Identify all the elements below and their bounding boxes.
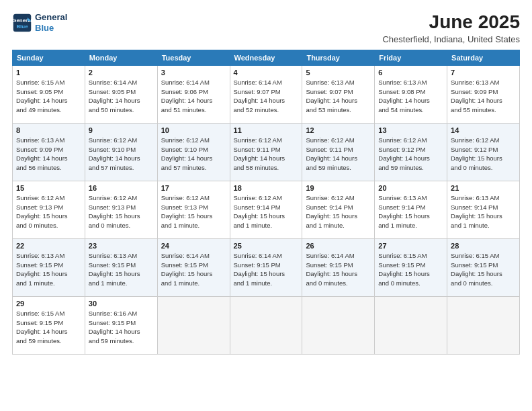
day-info: Sunrise: 6:13 AMSunset: 9:15 PMDaylight:… [89,251,154,288]
day-number: 17 [161,184,226,192]
calendar-cell: 19Sunrise: 6:12 AMSunset: 9:14 PMDayligh… [302,181,375,238]
calendar-cell: 29Sunrise: 6:15 AMSunset: 9:15 PMDayligh… [13,296,85,354]
calendar-cell [375,296,447,354]
day-info: Sunrise: 6:12 AMSunset: 9:13 PMDaylight:… [16,193,81,230]
day-number: 22 [16,242,81,250]
day-number: 13 [378,126,443,134]
day-number: 9 [89,126,154,134]
calendar-cell: 11Sunrise: 6:12 AMSunset: 9:11 PMDayligh… [230,123,302,181]
calendar-cell: 27Sunrise: 6:15 AMSunset: 9:15 PMDayligh… [375,238,447,296]
day-info: Sunrise: 6:12 AMSunset: 9:13 PMDaylight:… [89,193,154,230]
calendar-cell: 2Sunrise: 6:14 AMSunset: 9:05 PMDaylight… [85,65,157,123]
day-info: Sunrise: 6:13 AMSunset: 9:07 PMDaylight:… [306,78,371,115]
weekday-header-tuesday: Tuesday [157,50,230,65]
calendar-cell [447,296,520,354]
day-number: 27 [378,242,443,250]
calendar-cell: 20Sunrise: 6:13 AMSunset: 9:14 PMDayligh… [375,181,447,238]
calendar-cell: 23Sunrise: 6:13 AMSunset: 9:15 PMDayligh… [85,238,157,296]
day-info: Sunrise: 6:13 AMSunset: 9:09 PMDaylight:… [451,78,516,115]
day-info: Sunrise: 6:14 AMSunset: 9:06 PMDaylight:… [161,78,226,115]
day-info: Sunrise: 6:12 AMSunset: 9:11 PMDaylight:… [306,136,371,173]
month-title: June 2025 [382,12,520,33]
logo-icon: General Blue [12,13,32,33]
calendar-cell: 15Sunrise: 6:12 AMSunset: 9:13 PMDayligh… [13,181,85,238]
logo: General Blue General Blue [12,12,67,33]
day-info: Sunrise: 6:16 AMSunset: 9:15 PMDaylight:… [89,309,154,346]
calendar-cell: 24Sunrise: 6:14 AMSunset: 9:15 PMDayligh… [157,238,230,296]
calendar-header-row: SundayMondayTuesdayWednesdayThursdayFrid… [13,50,520,65]
day-info: Sunrise: 6:12 AMSunset: 9:14 PMDaylight:… [234,193,299,230]
calendar-cell: 25Sunrise: 6:14 AMSunset: 9:15 PMDayligh… [230,238,302,296]
calendar-cell: 30Sunrise: 6:16 AMSunset: 9:15 PMDayligh… [85,296,157,354]
calendar-cell: 18Sunrise: 6:12 AMSunset: 9:14 PMDayligh… [230,181,302,238]
calendar-week-row: 15Sunrise: 6:12 AMSunset: 9:13 PMDayligh… [13,181,520,238]
calendar-cell: 17Sunrise: 6:12 AMSunset: 9:13 PMDayligh… [157,181,230,238]
day-info: Sunrise: 6:12 AMSunset: 9:14 PMDaylight:… [306,193,371,230]
weekday-header-monday: Monday [85,50,157,65]
calendar-cell [157,296,230,354]
calendar-cell: 14Sunrise: 6:12 AMSunset: 9:12 PMDayligh… [447,123,520,181]
day-number: 23 [89,242,154,250]
calendar-week-row: 8Sunrise: 6:13 AMSunset: 9:09 PMDaylight… [13,123,520,181]
calendar-cell: 9Sunrise: 6:12 AMSunset: 9:10 PMDaylight… [85,123,157,181]
day-info: Sunrise: 6:14 AMSunset: 9:05 PMDaylight:… [89,78,154,115]
calendar-cell: 26Sunrise: 6:14 AMSunset: 9:15 PMDayligh… [302,238,375,296]
day-number: 8 [16,126,81,134]
day-number: 26 [306,242,371,250]
day-info: Sunrise: 6:14 AMSunset: 9:15 PMDaylight:… [161,251,226,288]
calendar-cell: 4Sunrise: 6:14 AMSunset: 9:07 PMDaylight… [230,65,302,123]
day-info: Sunrise: 6:14 AMSunset: 9:15 PMDaylight:… [306,251,371,288]
day-info: Sunrise: 6:12 AMSunset: 9:13 PMDaylight:… [161,193,226,230]
calendar-cell: 28Sunrise: 6:15 AMSunset: 9:15 PMDayligh… [447,238,520,296]
day-number: 2 [89,68,154,77]
calendar-cell: 1Sunrise: 6:15 AMSunset: 9:05 PMDaylight… [13,65,85,123]
calendar-cell: 22Sunrise: 6:13 AMSunset: 9:15 PMDayligh… [13,238,85,296]
day-number: 18 [234,184,299,192]
calendar-week-row: 1Sunrise: 6:15 AMSunset: 9:05 PMDaylight… [13,65,520,123]
day-info: Sunrise: 6:13 AMSunset: 9:14 PMDaylight:… [378,193,443,230]
day-info: Sunrise: 6:12 AMSunset: 9:12 PMDaylight:… [378,136,443,173]
calendar-cell: 7Sunrise: 6:13 AMSunset: 9:09 PMDaylight… [447,65,520,123]
day-info: Sunrise: 6:13 AMSunset: 9:14 PMDaylight:… [451,193,516,230]
calendar-cell [230,296,302,354]
page: General Blue General Blue June 2025 Ches… [0,0,532,411]
day-number: 7 [451,68,516,77]
logo-text: General Blue [35,12,67,33]
calendar: SundayMondayTuesdayWednesdayThursdayFrid… [12,50,520,355]
day-number: 6 [378,68,443,77]
header: General Blue General Blue June 2025 Ches… [12,12,520,44]
day-number: 10 [161,126,226,134]
calendar-cell: 5Sunrise: 6:13 AMSunset: 9:07 PMDaylight… [302,65,375,123]
location: Chesterfield, Indiana, United States [382,34,520,44]
day-number: 4 [234,68,299,77]
day-info: Sunrise: 6:15 AMSunset: 9:15 PMDaylight:… [451,251,516,288]
weekday-header-friday: Friday [375,50,447,65]
weekday-header-saturday: Saturday [447,50,520,65]
day-number: 28 [451,242,516,250]
day-info: Sunrise: 6:13 AMSunset: 9:15 PMDaylight:… [16,251,81,288]
weekday-header-sunday: Sunday [13,50,85,65]
calendar-week-row: 22Sunrise: 6:13 AMSunset: 9:15 PMDayligh… [13,238,520,296]
calendar-cell: 21Sunrise: 6:13 AMSunset: 9:14 PMDayligh… [447,181,520,238]
day-info: Sunrise: 6:14 AMSunset: 9:07 PMDaylight:… [234,78,299,115]
title-section: June 2025 Chesterfield, Indiana, United … [382,12,520,44]
day-number: 16 [89,184,154,192]
day-number: 12 [306,126,371,134]
day-info: Sunrise: 6:12 AMSunset: 9:11 PMDaylight:… [234,136,299,173]
day-info: Sunrise: 6:13 AMSunset: 9:09 PMDaylight:… [16,136,81,173]
svg-text:Blue: Blue [16,24,28,30]
calendar-week-row: 29Sunrise: 6:15 AMSunset: 9:15 PMDayligh… [13,296,520,354]
day-number: 25 [234,242,299,250]
day-info: Sunrise: 6:15 AMSunset: 9:15 PMDaylight:… [16,309,81,346]
day-info: Sunrise: 6:12 AMSunset: 9:12 PMDaylight:… [451,136,516,173]
day-number: 1 [16,68,81,77]
calendar-cell [302,296,375,354]
day-number: 14 [451,126,516,134]
day-number: 30 [89,300,154,308]
day-number: 15 [16,184,81,192]
day-info: Sunrise: 6:15 AMSunset: 9:15 PMDaylight:… [378,251,443,288]
day-number: 29 [16,300,81,308]
calendar-cell: 8Sunrise: 6:13 AMSunset: 9:09 PMDaylight… [13,123,85,181]
calendar-cell: 6Sunrise: 6:13 AMSunset: 9:08 PMDaylight… [375,65,447,123]
day-info: Sunrise: 6:13 AMSunset: 9:08 PMDaylight:… [378,78,443,115]
